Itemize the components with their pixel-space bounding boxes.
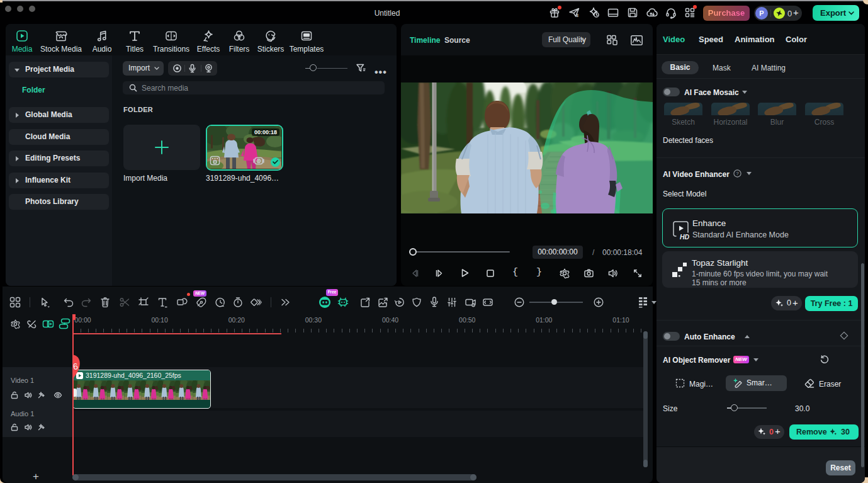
svg-text:?: ?	[736, 171, 739, 176]
svg-text:HD: HD	[680, 233, 690, 240]
svg-text:8: 8	[576, 13, 578, 18]
